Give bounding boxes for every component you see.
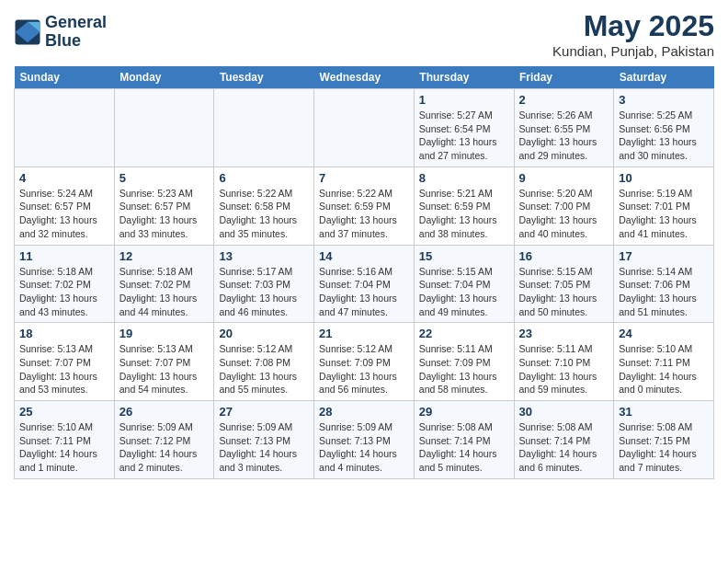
day-info: Sunrise: 5:10 AM Sunset: 7:11 PM Dayligh… — [19, 420, 109, 475]
day-number: 25 — [19, 405, 109, 419]
week-row-3: 11Sunrise: 5:18 AM Sunset: 7:02 PM Dayli… — [15, 245, 714, 323]
week-row-2: 4Sunrise: 5:24 AM Sunset: 6:57 PM Daylig… — [15, 167, 714, 245]
day-number: 11 — [19, 249, 109, 263]
day-info: Sunrise: 5:13 AM Sunset: 7:07 PM Dayligh… — [19, 342, 109, 396]
day-info: Sunrise: 5:11 AM Sunset: 7:09 PM Dayligh… — [419, 342, 509, 396]
day-info: Sunrise: 5:24 AM Sunset: 6:57 PM Dayligh… — [19, 187, 109, 241]
day-number: 13 — [219, 249, 309, 263]
day-info: Sunrise: 5:17 AM Sunset: 7:03 PM Dayligh… — [219, 265, 309, 319]
day-info: Sunrise: 5:15 AM Sunset: 7:05 PM Dayligh… — [519, 265, 609, 319]
day-info: Sunrise: 5:08 AM Sunset: 7:14 PM Dayligh… — [419, 420, 509, 475]
day-number: 29 — [419, 405, 509, 419]
col-header-monday: Monday — [114, 66, 214, 89]
day-number: 15 — [419, 249, 509, 263]
title-block: May 2025 Kundian, Punjab, Pakistan — [552, 9, 714, 59]
day-cell: 21Sunrise: 5:12 AM Sunset: 7:09 PM Dayli… — [314, 323, 415, 401]
day-info: Sunrise: 5:09 AM Sunset: 7:13 PM Dayligh… — [219, 420, 309, 475]
day-number: 1 — [419, 93, 509, 107]
day-info: Sunrise: 5:09 AM Sunset: 7:13 PM Dayligh… — [319, 420, 409, 475]
day-info: Sunrise: 5:18 AM Sunset: 7:02 PM Dayligh… — [119, 265, 210, 319]
page-header: General Blue May 2025 Kundian, Punjab, P… — [14, 9, 714, 59]
day-cell — [314, 89, 415, 167]
day-cell: 1Sunrise: 5:27 AM Sunset: 6:54 PM Daylig… — [414, 89, 514, 167]
day-cell: 9Sunrise: 5:20 AM Sunset: 7:00 PM Daylig… — [514, 167, 614, 245]
day-cell: 25Sunrise: 5:10 AM Sunset: 7:11 PM Dayli… — [15, 401, 115, 479]
day-cell: 6Sunrise: 5:22 AM Sunset: 6:58 PM Daylig… — [214, 167, 314, 245]
day-number: 4 — [19, 171, 109, 185]
day-cell: 13Sunrise: 5:17 AM Sunset: 7:03 PM Dayli… — [214, 245, 314, 323]
day-info: Sunrise: 5:22 AM Sunset: 6:59 PM Dayligh… — [319, 187, 409, 241]
col-header-friday: Friday — [514, 66, 614, 89]
col-header-thursday: Thursday — [414, 66, 514, 89]
day-number: 3 — [619, 93, 709, 107]
logo-line1: General — [45, 14, 107, 32]
day-number: 22 — [419, 327, 509, 340]
day-number: 10 — [619, 171, 709, 185]
day-cell: 31Sunrise: 5:08 AM Sunset: 7:15 PM Dayli… — [614, 401, 714, 479]
header-row: SundayMondayTuesdayWednesdayThursdayFrid… — [15, 66, 714, 89]
day-info: Sunrise: 5:16 AM Sunset: 7:04 PM Dayligh… — [319, 265, 409, 319]
day-number: 20 — [219, 327, 309, 340]
day-cell: 4Sunrise: 5:24 AM Sunset: 6:57 PM Daylig… — [15, 167, 115, 245]
col-header-wednesday: Wednesday — [314, 66, 415, 89]
day-number: 6 — [219, 171, 309, 185]
day-cell: 26Sunrise: 5:09 AM Sunset: 7:12 PM Dayli… — [114, 401, 214, 479]
day-number: 19 — [119, 327, 210, 340]
day-cell: 14Sunrise: 5:16 AM Sunset: 7:04 PM Dayli… — [314, 245, 415, 323]
day-cell: 8Sunrise: 5:21 AM Sunset: 6:59 PM Daylig… — [414, 167, 514, 245]
week-row-4: 18Sunrise: 5:13 AM Sunset: 7:07 PM Dayli… — [15, 323, 714, 401]
day-cell: 2Sunrise: 5:26 AM Sunset: 6:55 PM Daylig… — [514, 89, 614, 167]
day-info: Sunrise: 5:20 AM Sunset: 7:00 PM Dayligh… — [519, 187, 609, 241]
day-cell: 20Sunrise: 5:12 AM Sunset: 7:08 PM Dayli… — [214, 323, 314, 401]
day-info: Sunrise: 5:25 AM Sunset: 6:56 PM Dayligh… — [619, 109, 709, 163]
day-cell — [114, 89, 214, 167]
day-number: 8 — [419, 171, 509, 185]
day-cell: 30Sunrise: 5:08 AM Sunset: 7:14 PM Dayli… — [514, 401, 614, 479]
day-number: 28 — [319, 405, 409, 419]
day-number: 26 — [119, 405, 210, 419]
day-info: Sunrise: 5:10 AM Sunset: 7:11 PM Dayligh… — [619, 342, 709, 396]
week-row-1: 1Sunrise: 5:27 AM Sunset: 6:54 PM Daylig… — [15, 89, 714, 167]
day-cell: 19Sunrise: 5:13 AM Sunset: 7:07 PM Dayli… — [114, 323, 214, 401]
day-info: Sunrise: 5:19 AM Sunset: 7:01 PM Dayligh… — [619, 187, 709, 241]
day-number: 21 — [319, 327, 409, 340]
day-cell: 15Sunrise: 5:15 AM Sunset: 7:04 PM Dayli… — [414, 245, 514, 323]
day-info: Sunrise: 5:21 AM Sunset: 6:59 PM Dayligh… — [419, 187, 509, 241]
day-cell: 3Sunrise: 5:25 AM Sunset: 6:56 PM Daylig… — [614, 89, 714, 167]
day-number: 12 — [119, 249, 210, 263]
day-cell: 10Sunrise: 5:19 AM Sunset: 7:01 PM Dayli… — [614, 167, 714, 245]
day-cell: 23Sunrise: 5:11 AM Sunset: 7:10 PM Dayli… — [514, 323, 614, 401]
day-info: Sunrise: 5:23 AM Sunset: 6:57 PM Dayligh… — [119, 187, 210, 241]
week-row-5: 25Sunrise: 5:10 AM Sunset: 7:11 PM Dayli… — [15, 401, 714, 479]
day-cell: 29Sunrise: 5:08 AM Sunset: 7:14 PM Dayli… — [414, 401, 514, 479]
day-info: Sunrise: 5:12 AM Sunset: 7:09 PM Dayligh… — [319, 342, 409, 396]
day-number: 23 — [519, 327, 609, 340]
day-cell: 24Sunrise: 5:10 AM Sunset: 7:11 PM Dayli… — [614, 323, 714, 401]
col-header-tuesday: Tuesday — [214, 66, 314, 89]
logo-line2: Blue — [45, 32, 107, 51]
day-number: 16 — [519, 249, 609, 263]
day-info: Sunrise: 5:15 AM Sunset: 7:04 PM Dayligh… — [419, 265, 509, 319]
day-info: Sunrise: 5:08 AM Sunset: 7:15 PM Dayligh… — [619, 420, 709, 475]
day-number: 17 — [619, 249, 709, 263]
day-info: Sunrise: 5:11 AM Sunset: 7:10 PM Dayligh… — [519, 342, 609, 396]
day-cell: 28Sunrise: 5:09 AM Sunset: 7:13 PM Dayli… — [314, 401, 415, 479]
calendar-header: SundayMondayTuesdayWednesdayThursdayFrid… — [15, 66, 714, 89]
day-number: 9 — [519, 171, 609, 185]
day-info: Sunrise: 5:14 AM Sunset: 7:06 PM Dayligh… — [619, 265, 709, 319]
day-info: Sunrise: 5:22 AM Sunset: 6:58 PM Dayligh… — [219, 187, 309, 241]
day-number: 30 — [519, 405, 609, 419]
calendar-table: SundayMondayTuesdayWednesdayThursdayFrid… — [14, 66, 714, 479]
day-cell: 12Sunrise: 5:18 AM Sunset: 7:02 PM Dayli… — [114, 245, 214, 323]
day-info: Sunrise: 5:13 AM Sunset: 7:07 PM Dayligh… — [119, 342, 210, 396]
day-info: Sunrise: 5:12 AM Sunset: 7:08 PM Dayligh… — [219, 342, 309, 396]
day-cell: 5Sunrise: 5:23 AM Sunset: 6:57 PM Daylig… — [114, 167, 214, 245]
day-cell: 22Sunrise: 5:11 AM Sunset: 7:09 PM Dayli… — [414, 323, 514, 401]
logo: General Blue — [14, 14, 107, 51]
main-title: May 2025 — [552, 9, 714, 43]
day-number: 5 — [119, 171, 210, 185]
day-number: 31 — [619, 405, 709, 419]
day-info: Sunrise: 5:27 AM Sunset: 6:54 PM Dayligh… — [419, 109, 509, 163]
day-number: 14 — [319, 249, 409, 263]
day-number: 27 — [219, 405, 309, 419]
